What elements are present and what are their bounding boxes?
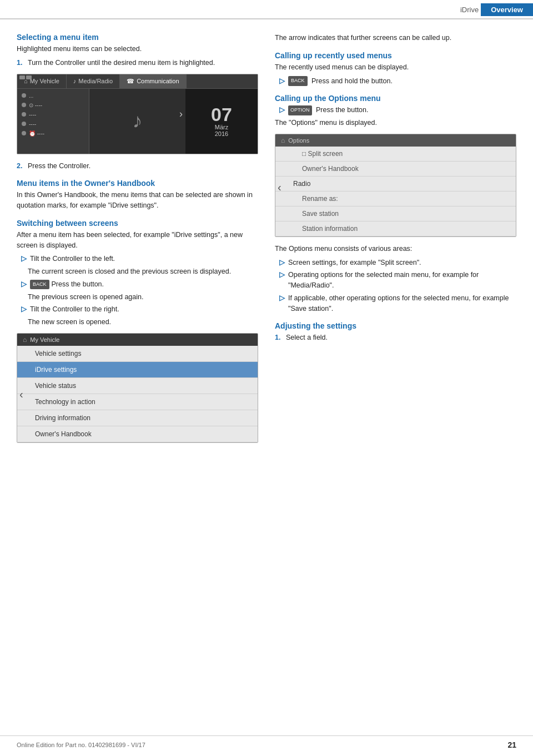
tab-my-vehicle-label: My Vehicle xyxy=(30,78,59,84)
bullet1-sub: The current screen is closed and the pre… xyxy=(28,266,258,277)
step1: 1. Turn the Controller until the desired… xyxy=(17,58,258,68)
back-button-inline: BACK xyxy=(30,280,49,290)
options-bullet-operating: ▷ Operating options for the selected mai… xyxy=(275,270,516,291)
options-bullet-operating-text: Operating options for the selected main … xyxy=(288,270,516,291)
comm-year: 2016 xyxy=(211,130,232,137)
screen-mockup-communication: ⌂ My Vehicle ♪ Media/Radio ☎ Communicati… xyxy=(17,74,258,154)
music-icon: ♪ xyxy=(73,78,77,84)
screen2-item-3: Vehicle status xyxy=(17,378,258,394)
dot-icon-3 xyxy=(22,112,26,117)
screen-menu-item-3: ---- xyxy=(17,110,89,119)
options-btn-note: Press the button. xyxy=(316,106,369,114)
screen-menu-item-4: ---- xyxy=(17,119,89,129)
calling-menus-bullet: ▷ BACK Press and hold the button. xyxy=(275,76,516,87)
options-bullet-screen-text: Screen settings, for example "Split scre… xyxy=(288,258,421,268)
options-arrow: ▷ xyxy=(279,105,285,115)
options-bullet-arrow-2: ▷ xyxy=(279,270,285,291)
options-press-bullet: ▷ OPTION Press the button. xyxy=(275,105,516,115)
screen2-item-4: Technology in action xyxy=(17,394,258,410)
screen-mockup-my-vehicle: ⌂ My Vehicle ‹ Vehicle settings iDrive s… xyxy=(17,333,258,443)
right-column: The arrow indicates that further screens… xyxy=(275,33,516,450)
overview-label: Overview xyxy=(481,3,533,16)
comm-icon: ☎ xyxy=(127,78,134,85)
options-bullet-screen: ▷ Screen settings, for example "Split sc… xyxy=(275,258,516,268)
screen2-header-label: My Vehicle xyxy=(30,336,59,343)
back-button-right: BACK xyxy=(288,76,308,86)
calling-menus-press: Press and hold the button. xyxy=(311,77,393,85)
options-item-radio: Radio xyxy=(275,177,516,191)
switching-title: Switching between screens xyxy=(17,219,258,228)
selecting-title: Selecting a menu item xyxy=(17,33,258,42)
screen-left-panel: ... ⊙ ---- ---- ---- xyxy=(17,89,89,154)
options-bullet-arrow-1: ▷ xyxy=(279,258,285,268)
options-home-icon: ⌂ xyxy=(281,137,285,144)
options-item-split: □ Split screen xyxy=(275,147,516,162)
options-arrow-left-icon: ‹ xyxy=(278,180,281,193)
switching-body: After a menu item has been selected, for… xyxy=(17,230,258,251)
tab-communication: ☎ Communication xyxy=(120,74,186,88)
screen2-header: ⌂ My Vehicle xyxy=(17,334,258,346)
music-note-icon: ♪ xyxy=(133,109,143,133)
bullet2: ▷ BACKPress the button. xyxy=(17,279,258,290)
step2-num: 2. xyxy=(17,161,24,172)
calling-menus-title: Calling up recently used menus xyxy=(275,51,516,60)
main-content: Selecting a menu item Highlighted menu i… xyxy=(0,19,533,450)
options-displayed: The "Options" menu is displayed. xyxy=(275,118,516,128)
arrow-right-icon: › xyxy=(179,108,183,120)
bullet2-content: BACKPress the button. xyxy=(30,279,104,290)
bullet1-text: Tilt the Controller to the left. xyxy=(30,254,115,264)
screen-tabs: ⌂ My Vehicle ♪ Media/Radio ☎ Communicati… xyxy=(17,74,258,89)
bullet2-sub: The previous screen is opened again. xyxy=(28,292,258,303)
screen2-list: ‹ Vehicle settings iDrive settings Vehic… xyxy=(17,346,258,442)
bullet3-sub: The new screen is opened. xyxy=(28,317,258,327)
options-item-handbook: Owner's Handbook xyxy=(275,162,516,177)
screen-menu-item-5: ⏰ ---- xyxy=(17,129,89,138)
comm-day: 07 xyxy=(211,105,232,124)
step2: 2. Press the Controller. xyxy=(17,161,258,172)
dot-icon-2 xyxy=(22,103,26,107)
options-item-station-info: Station information xyxy=(275,221,516,236)
screen-menu-item-2: ⊙ ---- xyxy=(17,100,89,110)
step1-text: Turn the Controller until the desired me… xyxy=(28,58,215,68)
dot-icon-5 xyxy=(22,131,26,135)
bullet3-text: Tilt the Controller to the right. xyxy=(30,304,119,315)
screen-top-icons xyxy=(19,75,32,79)
options-bullet-applicable: ▷ If applicable, other operating options… xyxy=(275,293,516,314)
screen2-arrow-left-icon: ‹ xyxy=(19,387,23,400)
screen2-item-6: Owner's Handbook xyxy=(17,426,258,442)
comm-date: 07 März 2016 xyxy=(211,105,232,137)
calling-menus-arrow: ▷ xyxy=(279,76,285,87)
idrive-label: iDrive xyxy=(460,6,481,14)
left-column: Selecting a menu item Highlighted menu i… xyxy=(17,33,258,450)
screen-menu-item-1: ... xyxy=(17,91,89,100)
dot-icon-4 xyxy=(22,122,26,126)
options-bullet-applicable-text: If applicable, other operating options f… xyxy=(288,293,516,314)
footer-left-text: Online Edition for Part no. 01402981699 … xyxy=(17,742,145,748)
adjusting-step1-text: Select a field. xyxy=(286,332,328,343)
bullet1: ▷ Tilt the Controller to the left. xyxy=(17,254,258,264)
dot-icon-1 xyxy=(22,93,26,98)
adjusting-step1-num: 1. xyxy=(275,332,283,343)
bullet3: ▷ Tilt the Controller to the right. xyxy=(17,304,258,315)
options-item-save: Save station xyxy=(275,206,516,221)
screen2-item-1: Vehicle settings xyxy=(17,346,258,362)
screen-right-panel: 07 März 2016 xyxy=(185,89,258,154)
options-screen-mockup: ⌂ Options ‹ □ Split screen Owner's Handb… xyxy=(275,134,516,237)
status-icon-2 xyxy=(26,75,32,79)
page-number: 21 xyxy=(507,740,516,749)
menu-items-body: In this Owner's Handbook, the menu items… xyxy=(17,190,258,211)
screen-center-panel: ♪ xyxy=(89,89,185,154)
screen2-item-5: Driving information xyxy=(17,410,258,426)
options-press-content: OPTION Press the button. xyxy=(288,105,369,115)
menu-items-title: Menu items in the Owner's Handbook xyxy=(17,179,258,188)
option-button-inline: OPTION xyxy=(288,105,312,115)
options-item-rename: Rename as: xyxy=(275,191,516,206)
options-bullet-arrow-3: ▷ xyxy=(279,293,285,314)
screen2-item-2: iDrive settings xyxy=(17,362,258,378)
adjusting-step1: 1. Select a field. xyxy=(275,332,516,343)
selecting-body: Highlighted menu items can be selected. xyxy=(17,44,258,54)
step2-text: Press the Controller. xyxy=(28,161,90,172)
bullet-arrow-2: ▷ xyxy=(21,279,27,290)
bullet2-pre: Press the button. xyxy=(52,280,104,288)
home-icon-small: ⌂ xyxy=(23,336,27,344)
